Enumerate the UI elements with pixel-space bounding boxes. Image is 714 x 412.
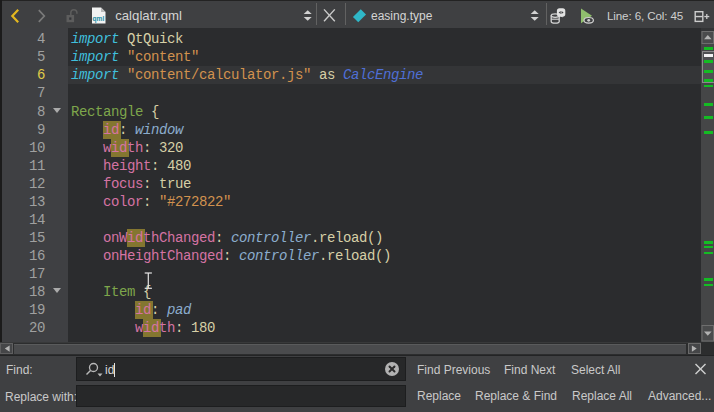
svg-text:qml: qml [93,15,105,23]
